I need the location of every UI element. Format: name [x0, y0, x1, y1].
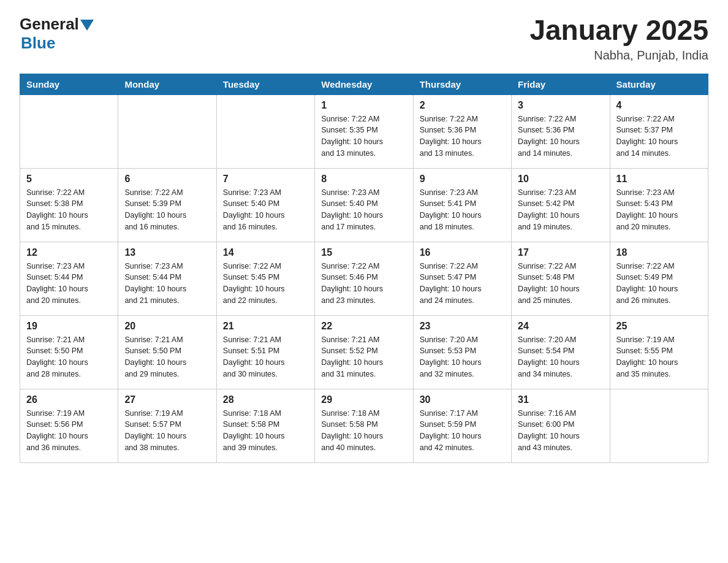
day-cell: 28Sunrise: 7:18 AMSunset: 5:58 PMDayligh…	[216, 389, 314, 462]
day-info: Sunrise: 7:20 AMSunset: 5:54 PMDaylight:…	[518, 334, 603, 380]
day-info: Sunrise: 7:18 AMSunset: 5:58 PMDaylight:…	[223, 408, 308, 454]
logo-triangle-icon	[80, 20, 94, 31]
day-cell	[216, 94, 314, 168]
day-cell: 31Sunrise: 7:16 AMSunset: 6:00 PMDayligh…	[512, 389, 610, 462]
day-cell: 14Sunrise: 7:22 AMSunset: 5:45 PMDayligh…	[216, 242, 314, 315]
calendar-title: January 2025	[529, 15, 708, 46]
day-number: 1	[321, 100, 406, 111]
day-cell	[118, 94, 216, 168]
weekday-header-thursday: Thursday	[413, 74, 511, 94]
day-number: 6	[124, 174, 210, 185]
page-header: General Blue January 2025 Nabha, Punjab,…	[20, 15, 708, 63]
day-cell	[610, 389, 708, 462]
day-cell: 10Sunrise: 7:23 AMSunset: 5:42 PMDayligh…	[512, 168, 610, 242]
day-number: 2	[420, 100, 505, 111]
day-info: Sunrise: 7:21 AMSunset: 5:51 PMDaylight:…	[223, 334, 308, 380]
day-number: 10	[518, 174, 603, 185]
title-block: January 2025 Nabha, Punjab, India	[529, 15, 708, 63]
logo-blue: Blue	[21, 34, 55, 53]
day-number: 5	[26, 174, 112, 185]
day-number: 3	[518, 100, 603, 111]
day-cell: 18Sunrise: 7:22 AMSunset: 5:49 PMDayligh…	[610, 242, 708, 315]
day-info: Sunrise: 7:19 AMSunset: 5:56 PMDaylight:…	[26, 408, 112, 454]
day-info: Sunrise: 7:22 AMSunset: 5:45 PMDaylight:…	[223, 261, 308, 307]
weekday-header-wednesday: Wednesday	[315, 74, 413, 94]
day-info: Sunrise: 7:23 AMSunset: 5:40 PMDaylight:…	[321, 187, 406, 233]
day-cell: 3Sunrise: 7:22 AMSunset: 5:36 PMDaylight…	[512, 94, 610, 168]
day-number: 26	[26, 394, 112, 405]
weekday-header-row: SundayMondayTuesdayWednesdayThursdayFrid…	[20, 74, 708, 94]
day-cell: 23Sunrise: 7:20 AMSunset: 5:53 PMDayligh…	[413, 315, 511, 389]
day-info: Sunrise: 7:17 AMSunset: 5:59 PMDaylight:…	[420, 408, 505, 454]
day-info: Sunrise: 7:21 AMSunset: 5:52 PMDaylight:…	[321, 334, 406, 380]
logo-general: General	[20, 15, 79, 34]
day-number: 16	[420, 247, 505, 258]
day-cell: 19Sunrise: 7:21 AMSunset: 5:50 PMDayligh…	[20, 315, 118, 389]
week-row-2: 5Sunrise: 7:22 AMSunset: 5:38 PMDaylight…	[20, 168, 708, 242]
day-info: Sunrise: 7:23 AMSunset: 5:44 PMDaylight:…	[124, 261, 210, 307]
day-number: 14	[223, 247, 308, 258]
day-info: Sunrise: 7:23 AMSunset: 5:42 PMDaylight:…	[518, 187, 603, 233]
day-number: 8	[321, 174, 406, 185]
week-row-4: 19Sunrise: 7:21 AMSunset: 5:50 PMDayligh…	[20, 315, 708, 389]
calendar-table: SundayMondayTuesdayWednesdayThursdayFrid…	[20, 74, 708, 463]
day-number: 21	[223, 321, 308, 332]
day-number: 30	[420, 394, 505, 405]
day-number: 17	[518, 247, 603, 258]
day-cell: 26Sunrise: 7:19 AMSunset: 5:56 PMDayligh…	[20, 389, 118, 462]
day-number: 20	[124, 321, 210, 332]
day-cell: 30Sunrise: 7:17 AMSunset: 5:59 PMDayligh…	[413, 389, 511, 462]
calendar-subtitle: Nabha, Punjab, India	[529, 48, 708, 63]
day-cell: 27Sunrise: 7:19 AMSunset: 5:57 PMDayligh…	[118, 389, 216, 462]
day-info: Sunrise: 7:19 AMSunset: 5:55 PMDaylight:…	[616, 334, 702, 380]
svg-marker-0	[80, 20, 94, 31]
day-number: 15	[321, 247, 406, 258]
day-cell: 25Sunrise: 7:19 AMSunset: 5:55 PMDayligh…	[610, 315, 708, 389]
day-number: 12	[26, 247, 112, 258]
day-cell: 22Sunrise: 7:21 AMSunset: 5:52 PMDayligh…	[315, 315, 413, 389]
day-number: 31	[518, 394, 603, 405]
weekday-header-friday: Friday	[512, 74, 610, 94]
day-cell	[20, 94, 118, 168]
day-number: 24	[518, 321, 603, 332]
day-cell: 6Sunrise: 7:22 AMSunset: 5:39 PMDaylight…	[118, 168, 216, 242]
day-number: 27	[124, 394, 210, 405]
day-info: Sunrise: 7:23 AMSunset: 5:44 PMDaylight:…	[26, 261, 112, 307]
week-row-3: 12Sunrise: 7:23 AMSunset: 5:44 PMDayligh…	[20, 242, 708, 315]
day-number: 22	[321, 321, 406, 332]
day-cell: 29Sunrise: 7:18 AMSunset: 5:58 PMDayligh…	[315, 389, 413, 462]
day-info: Sunrise: 7:22 AMSunset: 5:35 PMDaylight:…	[321, 113, 406, 159]
day-number: 23	[420, 321, 505, 332]
weekday-header-tuesday: Tuesday	[216, 74, 314, 94]
day-info: Sunrise: 7:22 AMSunset: 5:46 PMDaylight:…	[321, 261, 406, 307]
day-info: Sunrise: 7:22 AMSunset: 5:36 PMDaylight:…	[420, 113, 505, 159]
day-info: Sunrise: 7:16 AMSunset: 6:00 PMDaylight:…	[518, 408, 603, 454]
day-info: Sunrise: 7:20 AMSunset: 5:53 PMDaylight:…	[420, 334, 505, 380]
day-number: 4	[616, 100, 702, 111]
day-info: Sunrise: 7:18 AMSunset: 5:58 PMDaylight:…	[321, 408, 406, 454]
day-info: Sunrise: 7:22 AMSunset: 5:37 PMDaylight:…	[616, 113, 702, 159]
logo: General Blue	[20, 15, 94, 53]
day-info: Sunrise: 7:19 AMSunset: 5:57 PMDaylight:…	[124, 408, 210, 454]
weekday-header-saturday: Saturday	[610, 74, 708, 94]
day-number: 29	[321, 394, 406, 405]
day-info: Sunrise: 7:22 AMSunset: 5:47 PMDaylight:…	[420, 261, 505, 307]
day-cell: 4Sunrise: 7:22 AMSunset: 5:37 PMDaylight…	[610, 94, 708, 168]
day-cell: 16Sunrise: 7:22 AMSunset: 5:47 PMDayligh…	[413, 242, 511, 315]
weekday-header-monday: Monday	[118, 74, 216, 94]
day-number: 19	[26, 321, 112, 332]
day-cell: 15Sunrise: 7:22 AMSunset: 5:46 PMDayligh…	[315, 242, 413, 315]
day-cell: 1Sunrise: 7:22 AMSunset: 5:35 PMDaylight…	[315, 94, 413, 168]
day-info: Sunrise: 7:22 AMSunset: 5:36 PMDaylight:…	[518, 113, 603, 159]
day-cell: 12Sunrise: 7:23 AMSunset: 5:44 PMDayligh…	[20, 242, 118, 315]
day-info: Sunrise: 7:22 AMSunset: 5:39 PMDaylight:…	[124, 187, 210, 233]
day-cell: 20Sunrise: 7:21 AMSunset: 5:50 PMDayligh…	[118, 315, 216, 389]
day-cell: 8Sunrise: 7:23 AMSunset: 5:40 PMDaylight…	[315, 168, 413, 242]
week-row-5: 26Sunrise: 7:19 AMSunset: 5:56 PMDayligh…	[20, 389, 708, 462]
day-cell: 11Sunrise: 7:23 AMSunset: 5:43 PMDayligh…	[610, 168, 708, 242]
day-cell: 5Sunrise: 7:22 AMSunset: 5:38 PMDaylight…	[20, 168, 118, 242]
day-info: Sunrise: 7:22 AMSunset: 5:48 PMDaylight:…	[518, 261, 603, 307]
day-info: Sunrise: 7:21 AMSunset: 5:50 PMDaylight:…	[124, 334, 210, 380]
day-number: 13	[124, 247, 210, 258]
day-number: 11	[616, 174, 702, 185]
